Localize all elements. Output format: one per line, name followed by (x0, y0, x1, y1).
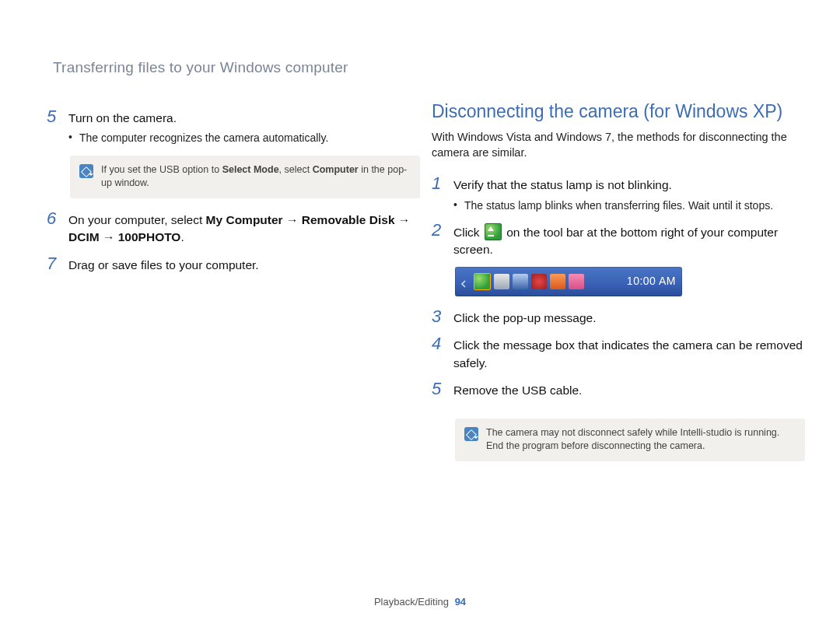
note-icon (79, 164, 93, 178)
safely-remove-hardware-tray-icon (474, 273, 491, 290)
note-box: If you set the USB option to Select Mode… (70, 156, 420, 198)
taskbar-screenshot: 10:00 AM (455, 267, 682, 296)
note-text: If you set the USB option to Select Mode… (101, 163, 411, 191)
note-icon (464, 427, 478, 441)
step-3: 3 Click the pop-up message. (432, 307, 805, 327)
note-text: The camera may not disconnect safely whi… (486, 426, 796, 454)
right-column: Disconnecting the camera (for Windows XP… (432, 100, 805, 472)
safely-remove-hardware-icon (485, 223, 502, 240)
tray-icon (513, 274, 528, 289)
step-number: 5 (47, 107, 68, 126)
step-2: 2 Click on the tool bar at the bottom ri… (432, 221, 805, 259)
footer-section: Playback/Editing (374, 596, 449, 608)
step-number: 2 (432, 221, 453, 240)
page-footer: Playback/Editing 94 (0, 595, 840, 609)
step-5r: 5 Remove the USB cable. (432, 380, 805, 399)
section-title: Disconnecting the camera (for Windows XP… (432, 100, 805, 124)
step-text: Remove the USB cable. (453, 380, 805, 399)
step-number: 1 (432, 174, 453, 193)
step-number: 4 (432, 335, 453, 353)
tray-icon (569, 274, 584, 289)
tray-icon (494, 274, 509, 289)
step-number: 6 (47, 209, 68, 228)
step-1: 1 Verify that the status lamp is not bli… (432, 174, 805, 213)
step-number: 3 (432, 307, 453, 326)
tray-icon (550, 274, 565, 289)
tray-icon (531, 274, 547, 289)
tray-icons (474, 273, 584, 290)
step-sub: The status lamp blinks when transferring… (453, 198, 805, 213)
left-column: 5 Turn on the camera. The computer recog… (47, 100, 420, 278)
section-intro: With Windows Vista and Windows 7, the me… (432, 130, 805, 160)
step-text: Turn on the camera. (68, 111, 177, 124)
page-number: 94 (455, 596, 466, 608)
step-text: Click on the tool bar at the bottom righ… (453, 221, 805, 259)
page-header: Transferring files to your Windows compu… (53, 58, 348, 78)
step-7: 7 Drag or save files to your computer. (47, 254, 420, 274)
page: Transferring files to your Windows compu… (0, 0, 840, 634)
step-text: On your computer, select My Computer → R… (68, 209, 420, 247)
step-number: 7 (47, 254, 68, 273)
step-5: 5 Turn on the camera. The computer recog… (47, 107, 420, 146)
step-text: Drag or save files to your computer. (68, 254, 420, 274)
step-text: Click the message box that indicates the… (453, 335, 805, 372)
note-box: The camera may not disconnect safely whi… (455, 419, 805, 461)
taskbar-clock: 10:00 AM (627, 274, 676, 289)
step-4: 4 Click the message box that indicates t… (432, 335, 805, 372)
step-text: Verify that the status lamp is not blink… (453, 178, 672, 191)
step-text: Click the pop-up message. (453, 307, 805, 327)
step-6: 6 On your computer, select My Computer →… (47, 209, 420, 247)
chevron-left-icon (460, 276, 471, 287)
step-number: 5 (432, 380, 453, 398)
step-sub: The computer recognizes the camera autom… (68, 130, 420, 145)
